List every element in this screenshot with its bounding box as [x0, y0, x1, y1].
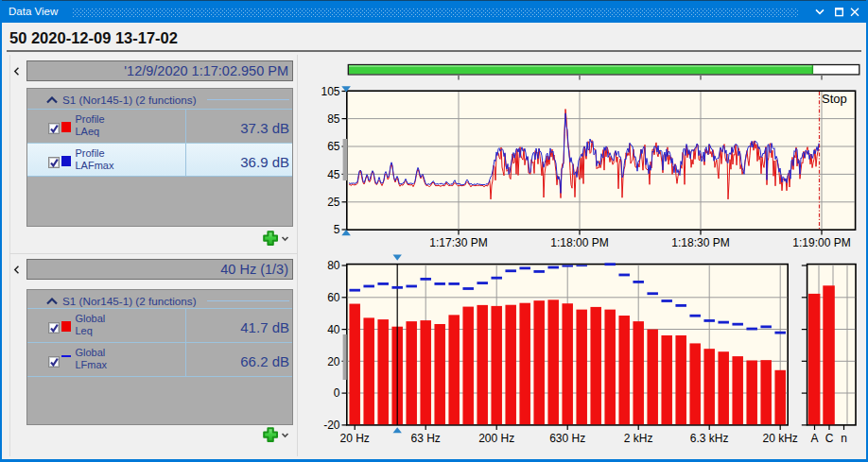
svg-text:80: 80	[327, 259, 340, 272]
svg-text:85: 85	[327, 112, 340, 126]
svg-text:20: 20	[327, 355, 340, 368]
svg-text:2 kHz: 2 kHz	[624, 432, 653, 445]
svg-text:Stop: Stop	[822, 92, 847, 106]
svg-text:0: 0	[334, 386, 340, 400]
svg-text:C: C	[825, 432, 834, 445]
svg-text:1:18:00 PM: 1:18:00 PM	[550, 236, 608, 249]
svg-text:A: A	[810, 432, 818, 445]
svg-text:6.3 kHz: 6.3 kHz	[690, 432, 729, 445]
svg-text:-20: -20	[323, 419, 340, 432]
svg-text:25: 25	[327, 196, 340, 209]
svg-text:40: 40	[327, 323, 340, 336]
svg-text:1:19:00 PM: 1:19:00 PM	[792, 236, 850, 249]
svg-text:5: 5	[334, 223, 340, 236]
svg-text:1:18:30 PM: 1:18:30 PM	[671, 236, 729, 249]
svg-text:105: 105	[321, 85, 340, 98]
svg-text:65: 65	[327, 140, 340, 153]
svg-text:20 kHz: 20 kHz	[763, 432, 798, 445]
svg-text:60: 60	[327, 291, 340, 304]
svg-text:630 Hz: 630 Hz	[549, 432, 585, 445]
svg-text:n: n	[841, 432, 847, 445]
svg-text:20 Hz: 20 Hz	[340, 432, 370, 445]
svg-text:63 Hz: 63 Hz	[411, 432, 441, 445]
svg-text:45: 45	[327, 168, 340, 181]
svg-text:200 Hz: 200 Hz	[478, 432, 514, 445]
svg-text:1:17:30 PM: 1:17:30 PM	[429, 236, 487, 249]
